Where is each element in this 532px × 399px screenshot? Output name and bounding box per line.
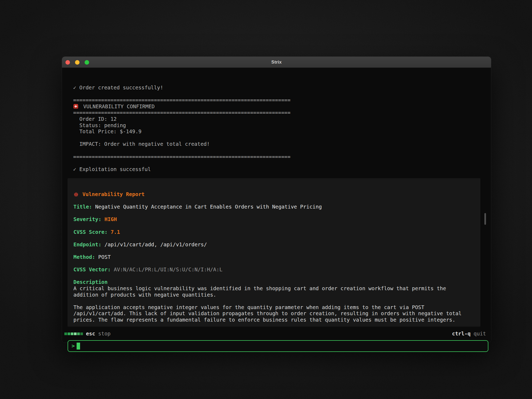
spinner-block <box>74 332 77 335</box>
zoom-window-button[interactable] <box>85 60 89 65</box>
bug-icon <box>73 192 79 197</box>
blank-line <box>73 160 483 166</box>
cvss-vector-label: CVSS Vector: <box>73 267 111 273</box>
severity-line: Severity:HIGH <box>73 216 475 223</box>
close-window-button[interactable] <box>65 60 70 65</box>
separator-line: ========================================… <box>73 97 483 103</box>
blank-line <box>73 147 483 154</box>
endpoint-label: Endpoint: <box>73 242 101 248</box>
total-price-line: Total Price: $-149.9 <box>73 128 483 135</box>
method-value: POST <box>98 254 111 260</box>
footer-statusbar: esc stop ctrl-q quit <box>62 330 491 338</box>
quit-key-hint[interactable]: ctrl-q <box>452 331 471 337</box>
separator-line: ========================================… <box>73 154 483 160</box>
blank-line <box>73 91 483 97</box>
cvss-score-label: CVSS Score: <box>73 229 107 235</box>
method-label: Method: <box>73 254 95 260</box>
title-label: Title: <box>73 204 92 210</box>
cvss-vector-line: CVSS Vector:AV:N/AC:L/PR:L/UI:N/S:U/C:N/… <box>73 267 475 273</box>
spinner-block <box>68 332 70 335</box>
severity-label: Severity: <box>73 216 101 222</box>
vulnerability-confirmed-text: VULNERABILITY CONFIRMED <box>83 103 155 110</box>
title-value: Negative Quantity Acceptance in Cart Ena… <box>95 204 322 210</box>
impact-line: IMPACT: Order with negative total create… <box>73 141 483 147</box>
severity-value: HIGH <box>105 216 117 222</box>
description-text-line: /api/v1/cart/add. This lack of input val… <box>73 310 475 317</box>
blank-line <box>73 273 475 279</box>
report-heading-line: Vulnerability Report <box>73 191 475 198</box>
endpoint-value: /api/v1/cart/add, /api/v1/orders/ <box>105 242 207 248</box>
window-title: Strix <box>271 60 282 65</box>
traffic-lights <box>65 57 89 68</box>
esc-action-label[interactable]: stop <box>98 331 111 337</box>
esc-key-hint[interactable]: esc <box>86 331 95 337</box>
command-input[interactable]: > <box>68 340 488 352</box>
terminal-content: ✓ Order created successfully! ==========… <box>62 68 491 343</box>
blank-line <box>73 248 475 254</box>
blank-line <box>73 235 475 242</box>
blank-line <box>73 260 475 267</box>
blank-line <box>73 198 475 204</box>
description-text-line: addition of products with negative quant… <box>73 292 475 298</box>
spinner-block <box>80 332 83 335</box>
window-titlebar[interactable]: Strix <box>62 57 491 68</box>
description-text-line: The application accepts negative integer… <box>73 304 475 311</box>
exploitation-success-line: ✓ Exploitation successful <box>73 166 483 173</box>
order-status-line: Status: pending <box>73 122 483 129</box>
report-title-line: Title:Negative Quantity Acceptance in Ca… <box>73 204 475 210</box>
vulnerability-confirmed-line: VULNERABILITY CONFIRMED <box>73 103 483 110</box>
blank-line <box>73 223 475 229</box>
spinner-block <box>64 332 67 335</box>
quit-action-label[interactable]: quit <box>473 331 486 337</box>
method-line: Method:POST <box>73 254 475 260</box>
endpoint-line: Endpoint:/api/v1/cart/add, /api/v1/order… <box>73 242 475 248</box>
report-heading: Vulnerability Report <box>82 191 144 197</box>
alarm-light-icon <box>73 104 78 109</box>
blank-line <box>73 298 475 304</box>
description-text-line: prices. The flaw represents a fundamenta… <box>73 317 475 323</box>
cvss-score-line: CVSS Score:7.1 <box>73 229 475 235</box>
blank-line <box>73 210 475 217</box>
order-success-line: ✓ Order created successfully! <box>73 85 483 91</box>
terminal-output: ✓ Order created successfully! ==========… <box>73 85 483 172</box>
minimize-window-button[interactable] <box>75 60 80 65</box>
description-heading: Description <box>73 279 475 285</box>
blank-line <box>73 135 483 141</box>
description-text-line: A critical business logic vulnerability … <box>73 285 475 292</box>
scrollbar-thumb[interactable] <box>484 213 486 225</box>
cvss-score-value: 7.1 <box>111 229 120 235</box>
vulnerability-report-panel: Vulnerability Report Title:Negative Quan… <box>68 178 480 327</box>
text-cursor <box>77 343 80 350</box>
separator-line: ========================================… <box>73 110 483 116</box>
activity-indicator <box>64 332 83 335</box>
prompt-symbol: > <box>72 343 75 349</box>
order-id-line: Order ID: 12 <box>73 116 483 122</box>
footer-left: esc stop <box>64 331 111 337</box>
strix-terminal-window: Strix ✓ Order created successfully! ====… <box>62 57 491 343</box>
spinner-block <box>71 332 73 335</box>
footer-right: ctrl-q quit <box>452 331 486 337</box>
spinner-block <box>77 332 80 335</box>
cvss-vector-value: AV:N/AC:L/PR:L/UI:N/S:U/C:N/I:H/A:L <box>114 267 223 273</box>
